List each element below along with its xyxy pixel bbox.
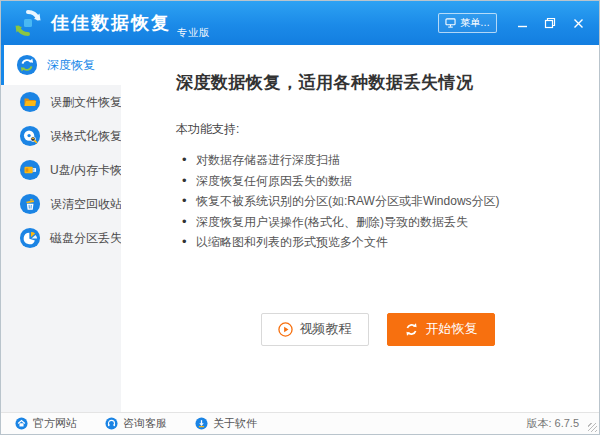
titlebar: 佳佳数据恢复 专业版 菜单… [1,1,599,45]
sidebar-item-label: 误删文件恢复 [50,94,122,111]
feature-list: 对数据存储器进行深度扫描 深度恢复任何原因丢失的数据 恢复不被系统识别的分区(如… [182,150,579,253]
page-title: 深度数据恢复，适用各种数据丢失情况 [176,71,579,94]
video-tutorial-label: 视频教程 [300,320,352,338]
home-icon [15,417,28,430]
maximize-icon [544,17,556,29]
close-icon [573,18,584,29]
feature-item: 深度恢复用户误操作(格式化、删除)导致的数据丢失 [182,212,579,233]
about-software-link[interactable]: 关于软件 [195,416,257,431]
start-recovery-label: 开始恢复 [426,320,478,338]
feature-item: 恢复不被系统识别的分区(如:RAW分区或非Windows分区) [182,191,579,212]
body: 深度恢复 误删文件恢复 误格式化恢复 [1,45,599,412]
app-title: 佳佳数据恢复 [51,11,171,35]
start-recovery-button[interactable]: 开始恢复 [387,313,495,346]
close-button[interactable] [565,11,591,35]
app-logo-icon [13,8,43,38]
sidebar-item-usb-recovery[interactable]: U盘/内存卡恢复 [1,153,121,187]
customer-service-link[interactable]: 咨询客服 [105,416,167,431]
app-window: 佳佳数据恢复 专业版 菜单… [0,0,600,435]
content-pane: 深度数据恢复，适用各种数据丢失情况 本功能支持: 对数据存储器进行深度扫描 深度… [121,45,599,412]
play-icon [278,322,293,337]
disk-search-icon [19,125,41,147]
menu-button-label: 菜单… [460,16,490,30]
feature-item: 以缩略图和列表的形式预览多个文件 [182,232,579,253]
sidebar-item-format-recovery[interactable]: 误格式化恢复 [1,119,121,153]
version-label: 版本: 6.7.5 [526,416,579,431]
minimize-icon [517,18,528,29]
headset-icon [105,417,118,430]
folder-icon [19,91,41,113]
trash-icon [19,193,41,215]
sidebar-item-label: 误格式化恢复 [50,128,122,145]
customer-service-label: 咨询客服 [123,416,167,431]
maximize-button[interactable] [537,11,563,35]
sidebar-item-partition-loss[interactable]: 磁盘分区丢失 [1,221,121,255]
feature-item: 对数据存储器进行深度扫描 [182,150,579,171]
usb-icon [19,159,41,181]
about-icon [195,417,208,430]
sidebar-item-label: 深度恢复 [47,57,95,74]
video-tutorial-button[interactable]: 视频教程 [261,313,369,346]
monitor-icon [445,18,456,28]
menu-button[interactable]: 菜单… [438,13,497,33]
about-software-label: 关于软件 [213,416,257,431]
official-website-link[interactable]: 官方网站 [15,416,77,431]
start-refresh-icon [404,322,419,337]
official-website-label: 官方网站 [33,416,77,431]
sidebar: 深度恢复 误删文件恢复 误格式化恢复 [1,45,121,412]
feature-item: 深度恢复任何原因丢失的数据 [182,171,579,192]
sidebar-item-deleted-file-recovery[interactable]: 误删文件恢复 [1,85,121,119]
supports-label: 本功能支持: [176,121,579,138]
refresh-icon [16,54,38,76]
resize-grip[interactable] [588,423,597,432]
sidebar-item-label: 误清空回收站 [50,196,122,213]
action-buttons: 视频教程 开始恢复 [176,313,579,346]
sidebar-item-label: 磁盘分区丢失 [50,230,122,247]
minimize-button[interactable] [509,11,535,35]
statusbar: 官方网站 咨询客服 关于软件 版本: 6.7.5 [1,412,599,434]
edition-badge: 专业版 [177,26,210,45]
sidebar-item-deep-recovery[interactable]: 深度恢复 [1,45,121,85]
window-controls: 菜单… [438,11,591,35]
sidebar-item-recycle-bin-recovery[interactable]: 误清空回收站 [1,187,121,221]
pie-icon [19,227,41,249]
